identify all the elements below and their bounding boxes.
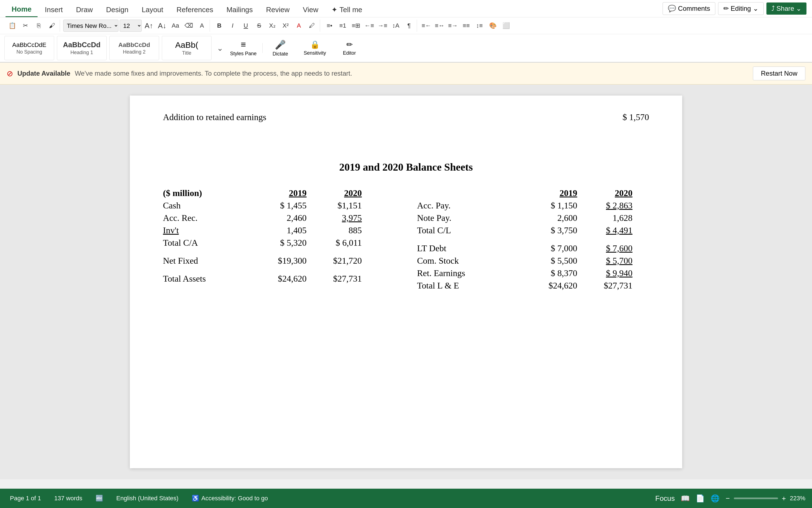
restart-now-button[interactable]: Restart Now	[753, 67, 805, 80]
tab-tell-me[interactable]: ✦ Tell me	[325, 3, 368, 17]
share-button[interactable]: ⤴ Share ⌄	[766, 2, 807, 15]
underline-button[interactable]: U	[240, 19, 252, 32]
align-center-button[interactable]: ≡↔	[434, 19, 446, 32]
style-no-spacing[interactable]: AaBbCcDdE No Spacing	[4, 36, 54, 60]
clear-formatting-button[interactable]: ⌫	[182, 19, 195, 32]
cut-button[interactable]: ✂	[19, 19, 32, 32]
strikethrough-button[interactable]: S	[253, 19, 265, 32]
format-group: B I U S X₂ X² A 🖊	[211, 19, 320, 32]
tab-design[interactable]: Design	[100, 3, 134, 17]
copy-button[interactable]: ⎘	[33, 19, 45, 32]
editing-button[interactable]: ✏ Editing ⌄	[718, 2, 764, 15]
justify-button[interactable]: ≡≡	[460, 19, 472, 32]
font-name-select[interactable]: Times New Ro...	[63, 19, 119, 32]
decrease-font-button[interactable]: A↓	[156, 19, 168, 32]
tab-insert[interactable]: Insert	[39, 3, 69, 17]
label-cash: Cash	[163, 201, 251, 211]
line-spacing-button[interactable]: ↕≡	[474, 19, 486, 32]
retained-earnings-label: Addition to retained earnings	[163, 112, 611, 122]
zoom-level: 223%	[790, 495, 805, 502]
document-page[interactable]: Addition to retained earnings $ 1,570 20…	[130, 95, 682, 468]
right-row-ltdebt: LT Debt $ 7,000 $ 7,600	[417, 242, 649, 255]
subscript-button[interactable]: X₂	[266, 19, 278, 32]
numbering-button[interactable]: ≡1	[337, 19, 349, 32]
font-color-button[interactable]: A	[293, 19, 305, 32]
sensitivity-button[interactable]: 🔒 Sensitivity	[297, 36, 333, 60]
style-heading2[interactable]: AaBbCcDd Heading 2	[109, 36, 159, 60]
dictate-button[interactable]: 🎤 Dictate	[267, 36, 294, 60]
focus-button[interactable]: Focus	[653, 493, 677, 504]
val-netfixed-2020: $21,720	[307, 256, 362, 266]
font-size-select[interactable]: 12	[120, 19, 142, 32]
style-title[interactable]: AaBb( Title	[162, 36, 211, 60]
font-group: Times New Ro... 12 A↑ A↓ Aa ⌫ A	[62, 19, 210, 32]
tab-mailings[interactable]: Mailings	[220, 3, 259, 17]
paste-button[interactable]: 📋	[6, 19, 18, 32]
balance-right-section: 2019 2020 Acc. Pay. $ 1,150 $ 2,863 Note…	[417, 187, 649, 292]
styles-more-button[interactable]: ⌄	[214, 36, 226, 60]
label-totalassets: Total Assets	[163, 273, 251, 284]
val-totalassets-2020: $27,731	[307, 273, 362, 284]
comments-button[interactable]: 💬 Comments	[662, 2, 715, 15]
style-heading1[interactable]: AaBbCcDd Heading 1	[57, 36, 107, 60]
label-accpay: Acc. Pay.	[417, 201, 522, 211]
left-row-totalassets: Total Assets $24,620 $27,731	[163, 272, 395, 285]
right-row-totalcl: Total C/L $ 3,750 $ 4,491	[417, 224, 649, 237]
label-comstock: Com. Stock	[417, 256, 522, 266]
superscript-button[interactable]: X²	[280, 19, 292, 32]
val-cash-2019: $ 1,455	[251, 201, 307, 211]
change-case-button[interactable]: Aa	[169, 19, 181, 32]
bullets-button[interactable]: ≡•	[323, 19, 335, 32]
zoom-out-button[interactable]: −	[723, 493, 732, 504]
borders-button[interactable]: ⬜	[500, 19, 512, 32]
val-notepay-2020: 1,628	[577, 213, 633, 223]
increase-indent-button[interactable]: →≡	[376, 19, 389, 32]
language-info[interactable]: English (United States)	[113, 495, 182, 502]
val-accpay-2019: $ 1,150	[522, 201, 577, 211]
tab-view[interactable]: View	[297, 3, 325, 17]
tab-home[interactable]: Home	[5, 2, 38, 17]
format-painter-button[interactable]: 🖌	[46, 19, 58, 32]
read-mode-button[interactable]: 📖	[679, 493, 692, 504]
bold-button[interactable]: B	[213, 19, 226, 32]
show-formatting-button[interactable]: ¶	[403, 19, 415, 32]
zoom-slider[interactable]	[734, 498, 778, 499]
update-description: We've made some fixes and improvements. …	[75, 70, 748, 77]
web-layout-button[interactable]: 🌐	[708, 493, 722, 504]
sort-button[interactable]: ↕A	[390, 19, 402, 32]
editor-button[interactable]: ✏ Editor	[335, 36, 363, 60]
text-effects-button[interactable]: A	[196, 19, 208, 32]
left-col-2020: 2020	[307, 188, 362, 198]
align-left-button[interactable]: ≡←	[420, 19, 433, 32]
dictate-icon: 🎤	[275, 40, 286, 50]
paragraph-group: ≡• ≡1 ≡⊞ ←≡ →≡ ↕A ¶	[322, 19, 417, 32]
zoom-controls: − + 223%	[723, 493, 805, 504]
editor-label: Editor	[343, 50, 356, 56]
zoom-in-button[interactable]: +	[780, 493, 788, 504]
highlight-button[interactable]: 🖊	[306, 19, 318, 32]
label-retearnings: Ret. Earnings	[417, 268, 522, 278]
tab-references[interactable]: References	[170, 3, 219, 17]
spell-check[interactable]: 🔤	[92, 495, 106, 502]
align-group: ≡← ≡↔ ≡→ ≡≡ ↕≡ 🎨 ⬜	[419, 19, 514, 32]
increase-font-button[interactable]: A↑	[143, 19, 155, 32]
print-layout-button[interactable]: 📄	[693, 493, 707, 504]
val-notepay-2019: 2,600	[522, 213, 577, 223]
italic-button[interactable]: I	[227, 19, 239, 32]
left-col-2019: 2019	[251, 188, 307, 198]
label-totalca: Total C/A	[163, 238, 251, 248]
val-retearnings-2019: $ 8,370	[522, 268, 577, 278]
shading-button[interactable]: 🎨	[487, 19, 499, 32]
accessibility-info[interactable]: ♿ Accessibility: Good to go	[188, 495, 271, 502]
dictate-label: Dictate	[273, 51, 288, 57]
spacer1	[163, 249, 395, 255]
tab-layout[interactable]: Layout	[135, 3, 169, 17]
styles-pane-button[interactable]: ≡ Styles Pane	[228, 36, 258, 60]
tab-draw[interactable]: Draw	[70, 3, 99, 17]
val-totalca-2020: $ 6,011	[307, 238, 362, 248]
multilevel-button[interactable]: ≡⊞	[350, 19, 362, 32]
align-right-button[interactable]: ≡→	[447, 19, 459, 32]
tab-review[interactable]: Review	[260, 3, 295, 17]
decrease-indent-button[interactable]: ←≡	[363, 19, 375, 32]
label-notepay: Note Pay.	[417, 213, 522, 223]
